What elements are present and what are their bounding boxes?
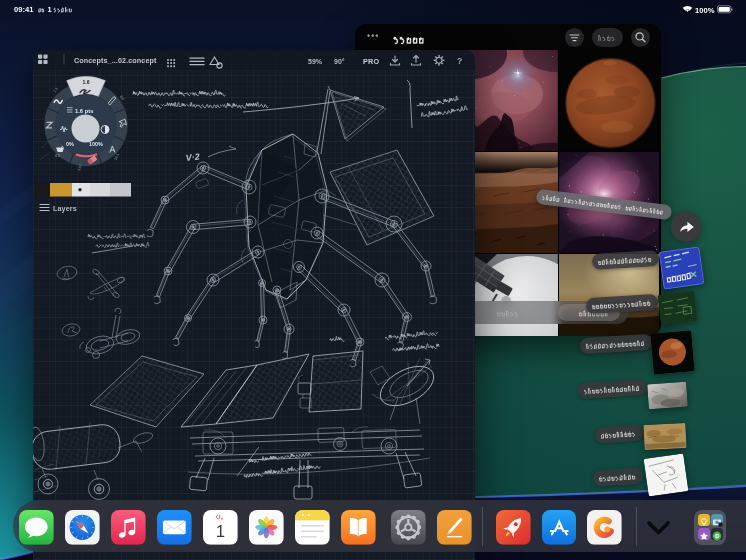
svg-text:90°: 90°	[334, 58, 345, 65]
svg-text:Concepts_...02.concept: Concepts_...02.concept	[74, 56, 157, 65]
svg-text:Layers: Layers	[53, 204, 77, 213]
svg-text:59%: 59%	[308, 58, 323, 65]
svg-text:?: ?	[457, 56, 462, 66]
svg-text:0%: 0%	[66, 141, 74, 147]
svg-text:V·2: V·2	[185, 152, 200, 163]
svg-text:1: 1	[216, 522, 225, 541]
svg-text:100%: 100%	[695, 6, 715, 15]
svg-text:1.6 pts: 1.6 pts	[75, 108, 93, 114]
svg-text:100%: 100%	[89, 141, 103, 147]
svg-text:1: 1	[48, 5, 52, 14]
svg-text:6'8: 6'8	[55, 154, 60, 158]
svg-text:5.91: 5.91	[77, 164, 82, 172]
svg-text:1.6: 1.6	[82, 79, 89, 85]
svg-text:PRO: PRO	[363, 57, 380, 66]
svg-text:7.3: 7.3	[53, 87, 59, 93]
